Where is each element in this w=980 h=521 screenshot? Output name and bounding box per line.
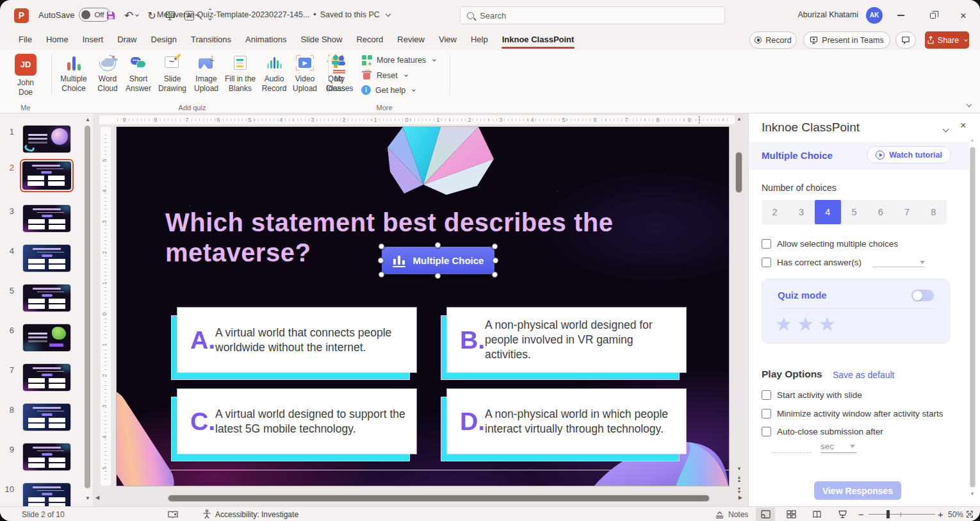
checkbox[interactable] [762, 427, 771, 436]
autosave-control[interactable]: AutoSave Off [38, 8, 111, 22]
selection-handle[interactable] [435, 242, 441, 248]
menu-tab-slide-show[interactable]: Slide Show [293, 29, 349, 50]
selection-handle[interactable] [492, 244, 498, 249]
checkbox[interactable] [762, 390, 771, 400]
panel-collapse-chevron[interactable] [941, 124, 948, 135]
menu-tab-inknoe-classpoint[interactable]: Inknoe ClassPoint [495, 29, 582, 50]
zoom-level[interactable]: 50% [948, 507, 963, 521]
seconds-input[interactable] [772, 443, 812, 453]
seconds-unit-dropdown[interactable]: sec [821, 442, 856, 453]
slide-thumbnail-9[interactable] [23, 443, 70, 470]
ribbon-button-my-classes[interactable]: MyClasses [324, 53, 355, 95]
play-option-start-activity-with-slide[interactable]: Start activity with slide [762, 390, 943, 400]
selected-slide-thumbnail-frame[interactable] [20, 159, 74, 192]
star-icon[interactable]: ★ [775, 313, 797, 335]
choice-count-option-4[interactable]: 4 [815, 200, 841, 224]
menu-tab-view[interactable]: View [432, 29, 464, 50]
user-name[interactable]: Aburizal Khatami [798, 10, 859, 19]
ribbon-button-multiple-choice[interactable]: MultipleChoice [55, 53, 92, 93]
restore-button[interactable] [919, 5, 947, 26]
answer-card-b[interactable]: B.A non-physical world designed for peop… [447, 308, 686, 372]
ribbon-button-audio-record[interactable]: AudioRecord [259, 53, 290, 93]
save-button[interactable] [102, 7, 119, 24]
choice-count-option-8[interactable]: 8 [920, 200, 947, 224]
slide-sorter-view-button[interactable] [781, 508, 801, 521]
user-avatar[interactable]: AK [866, 7, 883, 24]
normal-view-button[interactable] [756, 508, 775, 521]
slide-canvas[interactable]: Which statement best describes the metav… [117, 127, 729, 486]
share-button[interactable]: Share [925, 31, 969, 49]
menu-tab-home[interactable]: Home [39, 29, 76, 50]
proofing-button[interactable] [168, 507, 178, 521]
accessibility-checker[interactable]: Accessibility: Investigate [202, 507, 298, 521]
zoom-slider[interactable] [869, 514, 935, 515]
checkbox[interactable] [762, 409, 771, 418]
undo-button[interactable]: ↶ [120, 7, 142, 24]
ribbon-button-video-upload[interactable]: ▶VideoUpload [290, 53, 320, 93]
slide-thumbnail-5[interactable] [23, 285, 70, 311]
slide-thumbnail-2[interactable] [22, 161, 71, 190]
scroll-left-icon[interactable]: ◀ [95, 495, 99, 500]
scroll-down-icon[interactable]: ▼ [737, 467, 742, 472]
choice-count-option-3[interactable]: 3 [788, 200, 814, 224]
panel-scroll-thumb[interactable] [970, 147, 975, 487]
ribbon-button-fill-in-the-blanks[interactable]: Fill in theBlanks [222, 53, 259, 93]
menu-tab-animations[interactable]: Animations [238, 29, 293, 50]
fit-to-window-button[interactable] [962, 508, 977, 521]
ribbon-menu-get-help[interactable]: iGet help [361, 85, 436, 95]
selection-handle[interactable] [493, 258, 498, 263]
ribbon-button-word-cloud[interactable]: WordCloud [92, 53, 123, 93]
thumbnails-scrollbar[interactable] [85, 126, 90, 488]
powerpoint-logo-icon[interactable]: P [14, 8, 29, 23]
thumbnails-scroll-down-icon[interactable]: ▼ [85, 496, 90, 501]
menu-tab-review[interactable]: Review [390, 29, 432, 50]
collapse-ribbon-chevron[interactable] [965, 99, 971, 110]
menu-tab-transitions[interactable]: Transitions [184, 29, 238, 50]
allow-multiple-checkbox-row[interactable]: Allow selecting multiple choices [762, 239, 898, 249]
answer-card-d[interactable]: D.A non-physical world in which people i… [447, 389, 686, 454]
thumbnails-scroll-up-icon[interactable]: ▲ [85, 117, 90, 122]
ribbon-menu-more-features[interactable]: +More features [361, 54, 436, 65]
menu-tab-help[interactable]: Help [464, 29, 495, 50]
slide-thumbnail-7[interactable] [23, 364, 70, 391]
horizontal-scrollbar[interactable]: ◀ ▶ [94, 493, 744, 503]
comments-button[interactable] [895, 31, 916, 49]
slideshow-view-button[interactable] [833, 508, 852, 521]
panel-close-icon[interactable]: × [960, 120, 966, 131]
selection-handle[interactable] [435, 273, 441, 279]
correct-answer-dropdown[interactable] [872, 258, 925, 267]
selection-handle[interactable] [492, 272, 498, 277]
multiple-choice-activity-button[interactable]: Multiple Choice [382, 247, 494, 274]
checkbox[interactable] [762, 258, 771, 267]
ribbon-button-image-upload[interactable]: ↑ImageUpload [191, 53, 222, 93]
panel-scroll-down-icon[interactable]: ▼ [970, 492, 975, 497]
slide-thumbnail-10[interactable] [23, 483, 70, 506]
menu-tab-record[interactable]: Record [349, 29, 390, 50]
scroll-right-icon[interactable]: ▶ [739, 495, 742, 500]
ribbon-button-slide-drawing[interactable]: ~SlideDrawing [154, 53, 191, 93]
choice-count-option-5[interactable]: 5 [841, 200, 867, 224]
document-title-area[interactable]: Metaverse-Quiz-Template-20230227-145... … [157, 10, 390, 19]
vertical-scroll-thumb[interactable] [736, 153, 742, 192]
search-input[interactable]: Search [460, 6, 725, 24]
choice-count-option-7[interactable]: 7 [894, 200, 920, 224]
menu-tab-draw[interactable]: Draw [110, 29, 143, 50]
play-option-minimize-activity-window-after-activity-starts[interactable]: Minimize activity window after activity … [762, 409, 943, 418]
menu-tab-insert[interactable]: Insert [76, 29, 111, 50]
selection-handle[interactable] [379, 272, 384, 277]
answer-card-a[interactable]: A.A virtual world that connects people w… [177, 308, 416, 372]
previous-slide-button[interactable]: ▲▲ [736, 476, 742, 482]
choice-count-option-2[interactable]: 2 [762, 200, 788, 224]
slide-thumbnail-4[interactable] [23, 245, 70, 272]
has-correct-answer-checkbox-row[interactable]: Has correct answer(s) [762, 258, 925, 267]
zoom-in-button[interactable]: + [938, 507, 943, 521]
quiz-mode-toggle[interactable] [911, 290, 934, 301]
zoom-slider-thumb[interactable] [886, 510, 890, 518]
slide-thumbnail-8[interactable] [23, 404, 70, 431]
panel-scrollbar[interactable]: ▲ ▼ [969, 138, 976, 506]
choice-count-option-6[interactable]: 6 [867, 200, 894, 224]
ribbon-button-short-answer[interactable]: •••ShortAnswer [123, 53, 154, 93]
close-button[interactable]: × [949, 5, 977, 26]
slide-thumbnail-6[interactable] [23, 324, 70, 351]
crystal-shape[interactable] [382, 127, 498, 196]
